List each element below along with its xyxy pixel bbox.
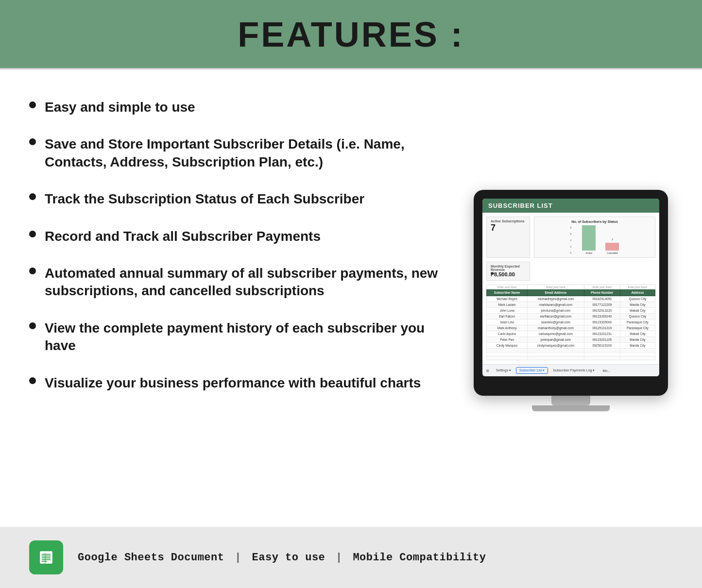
svg-rect-3 [42, 555, 51, 556]
cell-0-1: michaelreyes@gmail.com [528, 296, 584, 302]
input-label-3: Enter your Input [584, 285, 620, 289]
feature-text-2: Save and Store Important Subscriber Deta… [45, 135, 449, 171]
cell-0-0: Michael Reyes [487, 296, 528, 302]
cell-8-3: Manila City [620, 343, 655, 349]
empty-cell-2-3 [620, 356, 655, 360]
cell-8-2: 09250123100 [584, 343, 620, 349]
chart-bars: 8 6 4 2 0 Active [537, 225, 652, 254]
cell-8-0: Cindy Marquez [487, 343, 528, 349]
table-row: Sean Leviseanlevi@gmail.com09123335000Pa… [487, 319, 655, 325]
page-title: FEATURES : [10, 15, 692, 54]
tab-subscriber-list[interactable]: Subscriber List ▾ [516, 367, 548, 374]
cell-6-0: Carlo Aquino [487, 331, 528, 337]
feature-text-7: Visualize your business performance with… [45, 374, 421, 392]
device-mockup: SUBSCRIBER LIST Active Subscriptions 7 N… [474, 190, 668, 396]
spreadsheet-body: Active Subscriptions 7 No. of Subscriber… [482, 213, 659, 364]
page-header: FEATURES : [0, 0, 702, 68]
cell-5-2: 09125131319 [584, 325, 620, 331]
bullet-6 [29, 322, 36, 329]
bar-active: Active [582, 225, 596, 254]
table-header-row: Subscriber Name Email Address Phone Numb… [487, 289, 655, 296]
active-value: 7 [491, 223, 526, 233]
col-email: Email Address [528, 289, 584, 296]
feature-item-6: View the complete payment history of eac… [29, 310, 449, 365]
chart-y-2: 2 [570, 245, 572, 248]
bullet-5 [29, 268, 36, 274]
feature-item-7: Visualize your business performance with… [29, 365, 449, 402]
revenue-box: Monthly Expected Revenue ₱8,500.00 [486, 262, 530, 281]
cell-3-1: earlfalcon@gmail.com [528, 314, 584, 319]
cell-0-3: Quezon City [620, 296, 655, 302]
empty-cell-1-2 [584, 353, 620, 356]
bar-cancelled-rect [605, 243, 619, 251]
cell-4-0: Sean Levi [487, 319, 528, 325]
svg-rect-6 [42, 561, 47, 562]
feature-text-4: Record and Track all Subscriber Payments [45, 228, 321, 245]
table-row: John Lunajohnluna@gmail.com09152913220Ma… [487, 308, 655, 314]
tab-payments-log[interactable]: Subscriber Payments Log ▾ [550, 368, 598, 373]
bar-active-label: Active [586, 252, 593, 254]
feature-item-2: Save and Store Important Subscriber Deta… [29, 126, 449, 181]
feature-item-3: Track the Subscription Status of Each Su… [29, 181, 449, 218]
hamburger-icon: ≡ [486, 368, 489, 373]
cell-6-1: carloaquino@gmail.com [528, 331, 584, 337]
feature-text-5: Automated annual summary of all subscrib… [45, 265, 449, 300]
bullet-7 [29, 377, 36, 384]
input-label-1: Enter your Input [487, 285, 528, 289]
device-base [532, 405, 610, 411]
cell-7-1: peterpan@gmail.com [528, 337, 584, 343]
tab-more[interactable]: Mo... [599, 368, 613, 373]
feature-item-1: Easy and simple to use [29, 89, 449, 126]
footer-sep-1: | [235, 552, 248, 564]
cell-1-1: marklazaro@gmail.com [528, 302, 584, 308]
empty-cell-2-2 [584, 356, 620, 360]
cell-6-3: Makati City [620, 331, 655, 337]
empty-cell-0-2 [584, 349, 620, 353]
spreadsheet-title: SUBSCRIBER LIST [482, 199, 659, 213]
chart-area: No. of Subscribers by Status 8 6 4 2 0 [534, 217, 655, 258]
table-row: Mark Anthonymarkanthony@gmail.com0912513… [487, 325, 655, 331]
tab-settings[interactable]: Settings ▾ [493, 368, 514, 373]
feature-text-1: Easy and simple to use [45, 99, 195, 116]
input-label-2: Enter your Input [528, 285, 584, 289]
table-row: Mark Lazaromarklazaro@gmail.com091771222… [487, 302, 655, 308]
footer-item-2: Easy to use [252, 552, 325, 564]
footer: Google Sheets Document | Easy to use | M… [0, 527, 702, 588]
empty-cell-2-0 [487, 356, 528, 360]
input-label-4: Enter your Input [620, 285, 655, 289]
screenshot-area: SUBSCRIBER LIST Active Subscriptions 7 N… [469, 89, 673, 512]
cell-4-1: seanlevi@gmail.com [528, 319, 584, 325]
cell-1-3: Manila City [620, 302, 655, 308]
empty-cell-0-3 [620, 349, 655, 353]
input-row: Enter your Input Enter your Input Enter … [487, 285, 655, 289]
cell-5-3: Paranaque City [620, 325, 655, 331]
bullet-2 [29, 138, 36, 145]
empty-cell-1-0 [487, 353, 528, 356]
cell-2-3: Makati City [620, 308, 655, 314]
table-row: Michael Reyesmichaelreyes@gmail.com09162… [487, 296, 655, 302]
empty-cell-1-1 [528, 353, 584, 356]
sheets-svg [35, 547, 57, 568]
cell-5-0: Mark Anthony [487, 325, 528, 331]
cell-3-0: Earl Falcon [487, 314, 528, 319]
svg-rect-5 [42, 559, 51, 560]
chart-y-0: 0 [570, 252, 572, 254]
bullet-1 [29, 101, 36, 108]
cell-2-2: 09152913220 [584, 308, 620, 314]
bullet-3 [29, 193, 36, 200]
revenue-value: ₱8,500.00 [491, 271, 526, 278]
device-stand [551, 396, 590, 405]
bar-cancelled-label: Cancelled [607, 252, 617, 254]
table-row: Cindy Marquezcindymarquez@gmail.com09250… [487, 343, 655, 349]
feature-text-6: View the complete payment history of eac… [45, 319, 449, 355]
cell-2-1: johnluna@gmail.com [528, 308, 584, 314]
subscriber-table: Enter your Input Enter your Input Enter … [486, 285, 655, 360]
svg-rect-2 [42, 554, 51, 555]
footer-item-1: Google Sheets Document [78, 552, 224, 564]
footer-item-3: Mobile Compatibility [353, 552, 486, 564]
chart-y-4: 4 [570, 239, 572, 242]
bar-cancelled-value: 2 [612, 238, 613, 241]
feature-item-4: Record and Track all Subscriber Payments [29, 218, 449, 255]
tab-bar: ≡ Settings ▾ Subscriber List ▾ Subscribe… [482, 364, 659, 376]
footer-text: Google Sheets Document | Easy to use | M… [78, 552, 486, 564]
